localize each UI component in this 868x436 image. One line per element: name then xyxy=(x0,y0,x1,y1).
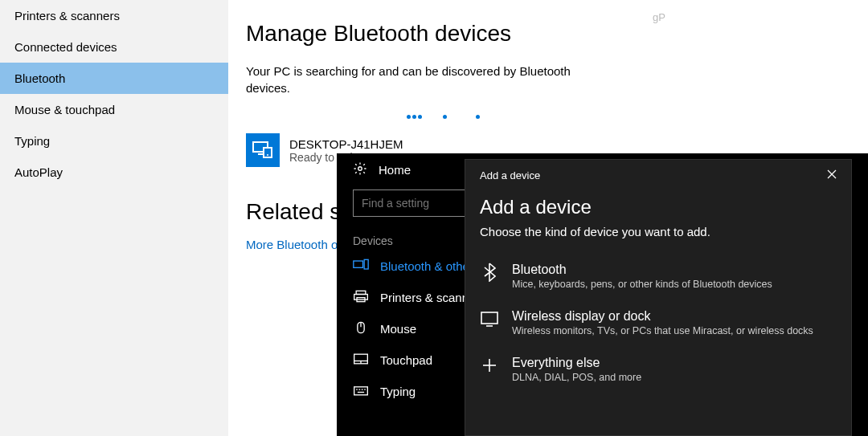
close-button[interactable] xyxy=(824,166,840,185)
devices-icon xyxy=(353,259,369,274)
sidebar-item-printers-scanners[interactable]: Printers & scanners xyxy=(0,0,228,31)
option-title: Wireless display or dock xyxy=(512,309,813,324)
svg-rect-23 xyxy=(481,312,497,324)
printer-icon xyxy=(353,290,369,305)
sidebar-item-bluetooth[interactable]: Bluetooth xyxy=(0,63,228,94)
gear-icon xyxy=(353,161,367,178)
nav-label: Typing xyxy=(380,385,416,398)
display-icon xyxy=(480,309,499,328)
option-bluetooth[interactable]: BluetoothMice, keyboards, pens, or other… xyxy=(465,253,851,299)
svg-rect-5 xyxy=(354,261,363,267)
page-description: Your PC is searching for and can be disc… xyxy=(246,63,583,96)
svg-rect-2 xyxy=(264,148,272,157)
settings-sidebar: Printers & scanners Connected devices Bl… xyxy=(0,0,228,436)
svg-rect-15 xyxy=(354,387,368,395)
sidebar-item-mouse-touchpad[interactable]: Mouse & touchpad xyxy=(0,94,228,125)
svg-rect-1 xyxy=(258,153,263,155)
dialog-subtext: Choose the kind of device you want to ad… xyxy=(465,225,851,253)
home-label: Home xyxy=(379,163,411,177)
page-title: Manage Bluetooth devices xyxy=(246,21,850,47)
bluetooth-icon xyxy=(480,263,499,282)
keyboard-icon xyxy=(353,384,369,399)
option-wireless-display[interactable]: Wireless display or dockWireless monitor… xyxy=(465,299,851,346)
device-name: DESKTOP-J41HJEM xyxy=(289,137,403,151)
pc-icon xyxy=(246,133,280,167)
watermark-text: gP xyxy=(653,11,665,23)
touchpad-icon xyxy=(353,352,369,368)
loading-dots xyxy=(407,108,850,122)
option-desc: Wireless monitors, TVs, or PCs that use … xyxy=(512,325,813,336)
svg-point-3 xyxy=(267,154,268,156)
option-desc: DLNA, DIAL, POS, and more xyxy=(512,372,641,383)
option-everything-else[interactable]: Everything elseDLNA, DIAL, POS, and more xyxy=(465,346,851,393)
sidebar-item-connected-devices[interactable]: Connected devices xyxy=(0,31,228,63)
svg-rect-6 xyxy=(364,259,368,269)
option-desc: Mice, keyboards, pens, or other kinds of… xyxy=(512,279,772,290)
svg-point-4 xyxy=(358,167,362,171)
dialog-heading: Add a device xyxy=(465,191,851,225)
option-title: Bluetooth xyxy=(512,263,772,277)
plus-icon xyxy=(480,356,499,375)
mouse-icon xyxy=(353,321,369,336)
dialog-titlebar: Add a device xyxy=(480,169,540,181)
add-device-dialog: Add a device Add a device Choose the kin… xyxy=(465,159,852,436)
svg-rect-8 xyxy=(354,295,368,300)
option-title: Everything else xyxy=(512,356,641,370)
sidebar-item-typing[interactable]: Typing xyxy=(0,125,228,157)
nav-label: Mouse xyxy=(380,322,416,336)
nav-label: Touchpad xyxy=(380,353,432,367)
close-icon xyxy=(827,169,837,179)
sidebar-item-autoplay[interactable]: AutoPlay xyxy=(0,157,228,188)
search-input[interactable] xyxy=(353,189,465,217)
